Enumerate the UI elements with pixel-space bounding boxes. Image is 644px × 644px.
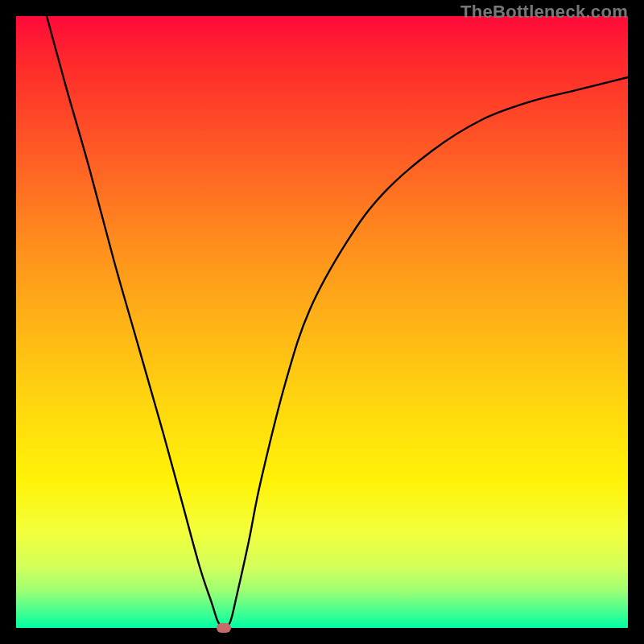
chart-frame: TheBottleneck.com: [0, 0, 644, 644]
minimum-marker: [217, 623, 231, 633]
watermark-text: TheBottleneck.com: [460, 2, 628, 23]
plot-area: [16, 16, 628, 628]
curve-path: [47, 16, 628, 628]
bottleneck-curve: [16, 16, 628, 628]
